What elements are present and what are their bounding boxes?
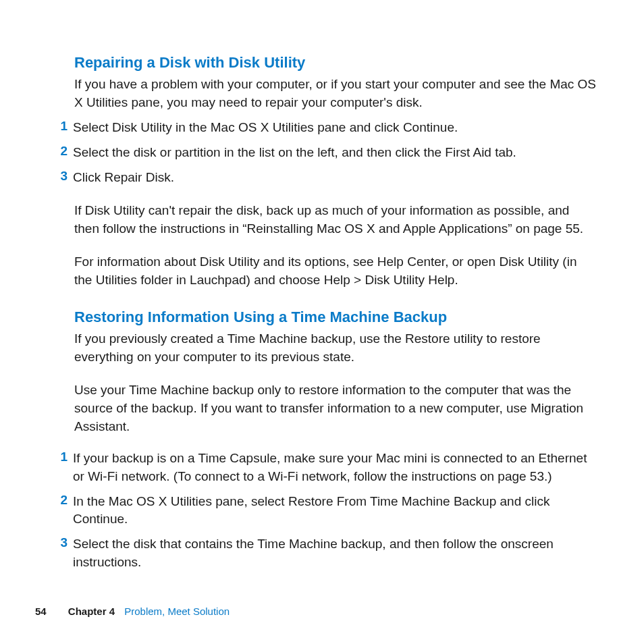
- step-text: In the Mac OS X Utilities pane, select R…: [73, 493, 597, 529]
- heading-restoring: Restoring Information Using a Time Machi…: [74, 308, 597, 326]
- page-footer: 54 Chapter 4 Problem, Meet Solution: [35, 606, 230, 617]
- step-number: 1: [54, 450, 73, 464]
- step-1: 1 Select Disk Utility in the Mac OS X Ut…: [74, 119, 597, 137]
- step-number: 2: [54, 493, 73, 508]
- step-1: 1 If your backup is on a Time Capsule, m…: [74, 450, 597, 486]
- page-content: Repairing a Disk with Disk Utility If yo…: [0, 0, 644, 572]
- step-number: 2: [54, 144, 73, 159]
- paragraph-backup-only: Use your Time Machine backup only to res…: [74, 381, 597, 436]
- paragraph-cant-repair: If Disk Utility can't repair the disk, b…: [74, 202, 597, 238]
- section-restoring-info: Restoring Information Using a Time Machi…: [74, 308, 597, 572]
- step-3: 3 Click Repair Disk.: [74, 169, 597, 187]
- intro-text: If you have a problem with your computer…: [74, 76, 597, 112]
- intro-restoring: If you previously created a Time Machine…: [74, 330, 597, 367]
- step-2: 2 In the Mac OS X Utilities pane, select…: [74, 493, 597, 529]
- page-number: 54: [35, 606, 47, 617]
- paragraph-help-center: For information about Disk Utility and i…: [74, 253, 597, 290]
- step-text: Select the disk that contains the Time M…: [73, 535, 597, 572]
- chapter-title: Problem, Meet Solution: [124, 606, 230, 617]
- step-number: 3: [54, 535, 73, 550]
- step-text: Select Disk Utility in the Mac OS X Util…: [73, 119, 597, 137]
- step-number: 1: [54, 119, 73, 134]
- heading-repairing: Repairing a Disk with Disk Utility: [74, 54, 597, 72]
- section-repairing-disk: Repairing a Disk with Disk Utility If yo…: [74, 54, 597, 290]
- step-number: 3: [54, 169, 73, 184]
- step-text: If your backup is on a Time Capsule, mak…: [73, 450, 597, 486]
- step-text: Click Repair Disk.: [73, 169, 597, 187]
- step-2: 2 Select the disk or partition in the li…: [74, 144, 597, 162]
- step-3: 3 Select the disk that contains the Time…: [74, 535, 597, 572]
- chapter-label: Chapter 4: [68, 606, 115, 617]
- step-text: Select the disk or partition in the list…: [73, 144, 597, 162]
